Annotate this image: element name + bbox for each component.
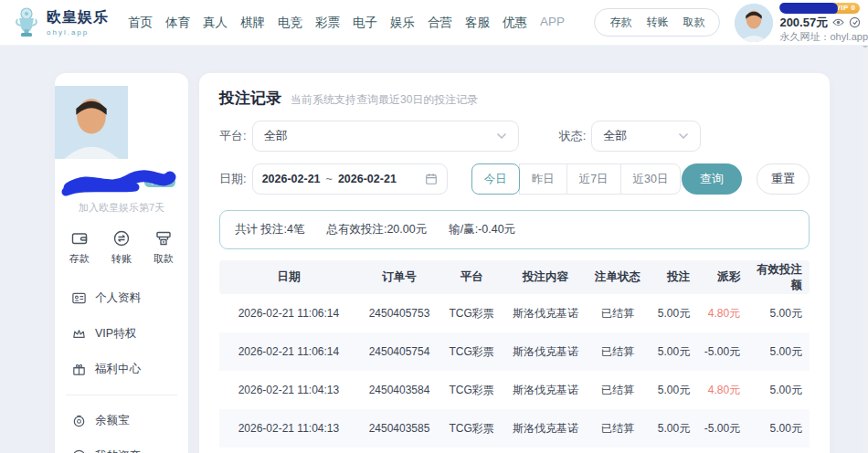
cell-platform: TCG彩票 [440,344,503,360]
sidebar-item-rewards[interactable]: 福利中心 [55,352,188,387]
cell-order: 2450403585 [358,422,440,435]
gift-icon [71,362,87,377]
query-button[interactable]: 查询 [682,163,742,195]
atm-icon [154,229,173,248]
table-header-row: 日期 订单号 平台 投注内容 注单状态 投注 派彩 有效投注额 [219,260,810,294]
header-user-area[interactable]: VIP 0 200.57元 永久网址：ohyl.app [735,2,868,44]
cell-date: 2026-02-21 11:06:14 [219,307,358,320]
join-days-note: 加入欧皇娱乐第7天 [55,201,188,215]
quick-withdraw-label: 取款 [153,252,174,266]
range-30days-button[interactable]: 近30日 [620,163,682,195]
crown-icon [71,326,87,342]
deposit-link[interactable]: 存款 [609,15,631,30]
summary-valid-bets: 总有效投注:20.00元 [326,222,427,237]
cell-status: 已结算 [588,344,648,360]
range-today-button[interactable]: 今日 [471,163,520,195]
cell-content: 斯洛伐克基诺 [503,421,588,437]
calendar-icon [425,173,438,185]
site-logo[interactable]: 欧皇娱乐 ohyl.app [13,7,109,38]
summary-total-bets: 共计 投注:4笔 [235,222,304,237]
status-value: 全部 [603,128,627,144]
sidebar-item-profile[interactable]: 个人资料 [55,280,188,316]
nav-home[interactable]: 首页 [127,11,153,35]
nav-board-games[interactable]: 棋牌 [239,11,266,35]
filter-row-2: 日期: 2026-02-21 ~ 2026-02-21 今日 昨日 近7日 近3… [219,163,810,195]
bet-records-panel: 投注记录 当前系统支持查询最近30日的投注记录 平台: 全部 状态: 全部 日期… [199,73,830,453]
cell-content: 斯洛伐克基诺 [503,344,588,360]
cell-payout: -5.00元 [697,421,747,437]
withdraw-link[interactable]: 取款 [683,15,704,30]
table-row: 2026-02-21 11:04:13 2450403585 TCG彩票 斯洛伐… [219,409,810,448]
sidebar-item-assets-label: 我的资产 [95,448,141,453]
cell-bet: 5.00元 [647,421,697,437]
refresh-balance-icon[interactable] [849,16,861,28]
wallet-icon [70,229,89,248]
content-area: VIP 0 加入欧皇娱乐第7天 存款 转账 [55,73,830,453]
nav-esports[interactable]: 电竞 [277,11,303,35]
cell-bet: 5.00元 [647,344,697,360]
reset-button[interactable]: 重置 [757,163,810,195]
sidebar-item-profile-label: 个人资料 [95,290,141,306]
cell-content: 斯洛伐克基诺 [503,306,588,321]
status-select[interactable]: 全部 [591,121,701,152]
cell-date: 2026-02-21 11:06:14 [219,345,358,358]
main-nav: 首页 体育 真人 棋牌 电竞 彩票 电子 娱乐 合营 客服 优惠 APP [127,11,566,35]
sidebar-menu: 个人资料 VIP特权 福利中心 余额宝 [55,280,188,453]
cell-payout: 4.80元 [697,383,747,398]
sidebar-item-assets[interactable]: 我的资产 [55,438,188,453]
nav-entertainment[interactable]: 娱乐 [389,11,416,35]
page-scrollbar [863,0,868,453]
transfer-link[interactable]: 转账 [646,15,668,30]
nav-support[interactable]: 客服 [464,11,491,35]
sidebar-avatar[interactable] [55,86,188,159]
date-label: 日期: [219,171,247,187]
eye-icon[interactable] [832,16,844,28]
nav-sports[interactable]: 体育 [164,11,191,35]
cell-platform: TCG彩票 [440,306,503,321]
quick-withdraw-button[interactable]: 取款 [153,229,174,266]
col-payout: 派彩 [697,269,747,285]
cell-valid: 5.00元 [747,344,810,360]
profile-sidebar: VIP 0 加入欧皇娱乐第7天 存款 转账 [55,73,188,453]
platform-value: 全部 [264,128,288,144]
user-avatar[interactable] [735,4,773,42]
platform-select[interactable]: 全部 [252,121,519,152]
nav-promo[interactable]: 优惠 [502,11,528,35]
piggy-bank-icon [71,413,87,428]
sidebar-item-rewards-label: 福利中心 [95,362,141,377]
date-range-input[interactable]: 2026-02-21 ~ 2026-02-21 [252,163,448,195]
quick-transfer-label: 转账 [111,252,132,266]
quick-deposit-button[interactable]: 存款 [69,229,90,266]
nav-slots[interactable]: 电子 [352,11,378,35]
id-card-icon [71,290,87,306]
table-row: 2026-02-21 11:06:14 2450405754 TCG彩票 斯洛伐… [219,332,810,371]
cell-date: 2026-02-21 11:04:13 [219,422,358,435]
nav-live[interactable]: 真人 [202,11,228,35]
nav-lottery[interactable]: 彩票 [314,11,341,35]
range-yesterday-button[interactable]: 昨日 [519,163,567,195]
cell-bet: 5.00元 [647,383,697,398]
logo-text: 欧皇娱乐 ohyl.app [47,8,109,37]
trophy-logo-icon [13,7,40,38]
permanent-url: 永久网址：ohyl.app [779,31,868,44]
quick-transfer-button[interactable]: 转账 [111,229,132,266]
username-row: VIP 0 [779,2,868,15]
nav-app[interactable]: APP [539,11,566,35]
range-7days-button[interactable]: 近7日 [566,163,621,195]
cell-payout: 4.80元 [697,306,747,321]
cell-date: 2026-02-21 11:04:13 [219,384,358,396]
chevron-down-icon [678,132,689,140]
summary-bar: 共计 投注:4笔 总有效投注:20.00元 输/赢:-0.40元 [219,210,810,249]
cell-valid: 5.00元 [747,383,810,398]
page-title: 投注记录 [219,88,281,109]
nav-partner[interactable]: 合营 [427,11,453,35]
col-bet: 投注 [647,269,697,285]
sidebar-divider [66,395,177,395]
cell-valid: 5.00元 [747,306,810,321]
sidebar-item-vip[interactable]: VIP特权 [55,316,188,352]
top-header: 欧皇娱乐 ohyl.app 首页 体育 真人 棋牌 电竞 彩票 电子 娱乐 合营… [0,0,868,46]
summary-winloss: 输/赢:-0.40元 [449,222,515,237]
cell-bet: 5.00元 [647,306,697,321]
sidebar-item-yuebao-label: 余额宝 [95,413,130,428]
sidebar-item-yuebao[interactable]: 余额宝 [55,403,188,438]
